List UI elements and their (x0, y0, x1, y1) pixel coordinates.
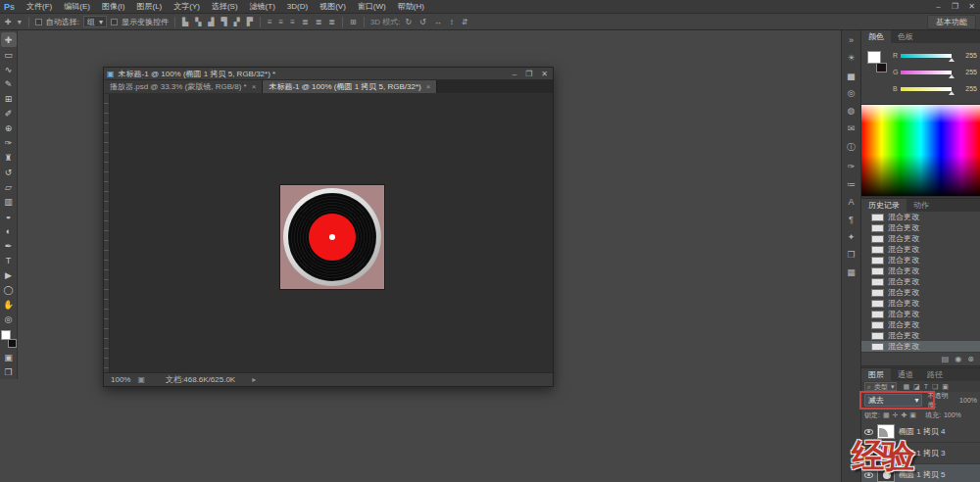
filter-pixel-icon[interactable]: ▦ (903, 383, 909, 391)
panel-tab[interactable]: 动作 (906, 199, 936, 212)
histogram-icon[interactable]: ▅ (848, 71, 855, 80)
tool-marquee[interactable]: ▭ (1, 47, 17, 62)
app-restore-button[interactable]: ❐ (947, 2, 963, 11)
tool-type[interactable]: T (1, 253, 17, 267)
menu-help[interactable]: 帮助(H) (392, 0, 430, 14)
brush-presets-icon[interactable]: ✑ (848, 162, 856, 171)
history-state-row[interactable]: 混合更改 (861, 244, 980, 255)
tool-zoom[interactable]: ◎ (1, 312, 17, 326)
3d-scale-icon[interactable]: ⇵ (461, 18, 469, 26)
tool-quick-selection[interactable]: ✎ (1, 76, 17, 91)
slider-marker[interactable] (949, 74, 955, 78)
slider-value[interactable]: 255 (965, 52, 977, 59)
foreground-color-swatch[interactable] (1, 330, 11, 340)
history-state-row[interactable]: 混合更改 (861, 265, 980, 276)
timeline-icon[interactable]: ▦ (847, 267, 856, 277)
tool-ellipse-shape[interactable]: ◯ (1, 282, 17, 297)
zoom-level[interactable]: 100% (111, 375, 130, 384)
tool-path-selection[interactable]: ▶ (1, 267, 17, 282)
app-minimize-button[interactable]: – (930, 2, 947, 11)
slider-track[interactable] (901, 71, 952, 74)
filter-shape-icon[interactable]: ❏ (932, 383, 938, 391)
fill-value[interactable]: 100% (944, 411, 961, 418)
opacity-value[interactable]: 100% (959, 397, 977, 404)
panel-tab[interactable]: 颜色 (861, 30, 891, 43)
slider-track[interactable] (901, 54, 952, 58)
menu-select[interactable]: 选择(S) (206, 0, 244, 14)
3d-pan-icon[interactable]: ↔ (433, 18, 443, 26)
history-state-row[interactable]: 混合更改 (861, 222, 980, 233)
adjustments-icon[interactable]: ☀ (847, 53, 855, 63)
doc-restore-button[interactable]: ❐ (525, 70, 532, 78)
navigator-icon[interactable]: ✦ (848, 232, 856, 242)
canvas-area[interactable] (104, 94, 553, 372)
align-center-h-icon[interactable]: ▚ (194, 18, 202, 26)
tool-presets-icon[interactable]: ≔ (847, 179, 856, 189)
tool-lasso[interactable]: ∿ (1, 62, 17, 76)
status-chevron-icon[interactable]: ▸ (252, 375, 256, 384)
comments-icon[interactable]: ✉ (848, 123, 856, 133)
history-state-row[interactable]: 混合更改 (861, 298, 980, 309)
slider-track[interactable] (901, 87, 952, 91)
doc-close-button[interactable]: ✕ (541, 70, 548, 78)
distribute-middle-icon[interactable]: ≡ (278, 18, 285, 26)
history-state-row[interactable]: 混合更改 (861, 255, 980, 265)
history-state-row[interactable]: 混合更改 (861, 276, 980, 287)
menu-file[interactable]: 文件(F) (21, 0, 58, 14)
layer-name[interactable]: 椭圆 1 拷贝 4 (899, 426, 946, 437)
filter-type-icon[interactable]: T (924, 383, 928, 391)
tool-history-brush[interactable]: ↺ (1, 165, 17, 179)
background-color-swatch[interactable] (8, 339, 17, 348)
tool-move[interactable]: ✚ (1, 32, 17, 47)
history-state-row[interactable]: 混合更改 (861, 233, 980, 244)
history-state-row[interactable]: 混合更改 (861, 330, 980, 341)
slider-marker[interactable] (949, 91, 955, 95)
menu-3d[interactable]: 3D(D) (281, 0, 314, 14)
tool-hand[interactable]: ✋ (1, 297, 17, 312)
align-bottom-icon[interactable]: ▛ (246, 18, 254, 26)
lock-transparent-icon[interactable]: ▦ (883, 411, 890, 419)
tool-crop[interactable]: ⊞ (1, 91, 17, 106)
doc-tab-player[interactable]: 播放器.psd @ 33.3% (蒙版镜, RGB/8) * × (104, 80, 263, 93)
background-color-swatch[interactable] (876, 63, 887, 72)
new-snapshot-icon[interactable]: ◉ (955, 355, 961, 363)
doc-minimize-button[interactable]: – (513, 70, 516, 78)
tool-gradient[interactable]: ▥ (1, 194, 17, 209)
panel-tab[interactable]: 色板 (891, 30, 920, 43)
panel-tab[interactable]: 通道 (891, 368, 920, 381)
lock-all-icon[interactable]: ▣ (909, 411, 916, 419)
foreground-color-swatch[interactable] (867, 51, 881, 64)
distribute-left-icon[interactable]: ≣ (301, 18, 310, 26)
doc-tab-untitled[interactable]: 未标题-1 @ 100% (椭圆 1 拷贝 5, RGB/32*) × (263, 80, 437, 93)
tool-brush[interactable]: ✑ (1, 135, 17, 150)
history-state-row[interactable]: 混合更改 (861, 212, 980, 222)
auto-select-dropdown[interactable]: 组 ▾ (83, 16, 107, 27)
slider-value[interactable]: 255 (965, 69, 977, 75)
new-doc-from-state-icon[interactable]: ▤ (942, 355, 950, 363)
tool-clone-stamp[interactable]: ♜ (1, 150, 17, 165)
history-state-row[interactable]: 混合更改 (861, 341, 980, 352)
delete-state-icon[interactable]: ⊗ (967, 355, 974, 363)
align-middle-icon[interactable]: ▞ (233, 18, 241, 26)
lock-pixels-icon[interactable]: ✛ (893, 411, 899, 419)
tool-quick-mask[interactable]: ▣ (1, 350, 17, 364)
collapse-panels-icon[interactable]: » (849, 35, 854, 45)
menu-window[interactable]: 窗口(W) (352, 0, 392, 14)
history-state-row[interactable]: 混合更改 (861, 309, 980, 319)
styles-icon[interactable]: ◍ (848, 106, 856, 116)
slider-value[interactable]: 255 (965, 85, 977, 92)
menu-edit[interactable]: 编辑(E) (58, 0, 96, 14)
tool-dodge[interactable]: ◐ (1, 223, 17, 238)
auto-align-icon[interactable]: ⊞ (349, 18, 358, 26)
paragraph-panel-icon[interactable]: ¶ (849, 215, 854, 224)
menu-filter[interactable]: 滤镜(T) (244, 0, 281, 14)
visibility-eye-icon[interactable] (864, 429, 873, 435)
menu-type[interactable]: 文字(Y) (168, 0, 206, 14)
3d-roll-icon[interactable]: ↺ (418, 18, 427, 26)
layer-filter-dropdown[interactable]: ⌕ 类型 ▾ (864, 382, 897, 391)
tool-preset-caret-icon[interactable]: ▾ (17, 18, 23, 26)
history-state-row[interactable]: 混合更改 (861, 319, 980, 330)
panel-tab[interactable]: 历史记录 (861, 199, 906, 212)
distribute-right-icon[interactable]: ≣ (327, 18, 336, 26)
lock-position-icon[interactable]: ✚ (901, 411, 906, 419)
